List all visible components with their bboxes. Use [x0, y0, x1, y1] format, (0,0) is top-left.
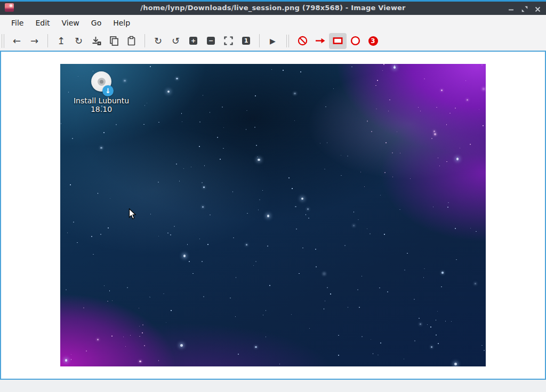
arrow-tool-button[interactable]: [311, 33, 329, 49]
window-controls: [506, 3, 543, 15]
rectangle-tool-button[interactable]: [329, 33, 347, 49]
zoom-out-button[interactable]: −: [202, 33, 220, 49]
window-title: /home/lynp/Downloads/live_session.png (7…: [0, 4, 546, 12]
desktop-icon-label: Install Lubuntu 18.10: [61, 96, 141, 113]
circle-tool-button[interactable]: [347, 33, 364, 49]
rotate-ccw-icon: ↺: [172, 36, 180, 46]
save-button[interactable]: [87, 33, 105, 49]
menu-view[interactable]: View: [56, 17, 85, 29]
download-badge: ↓: [102, 85, 114, 96]
reload-icon: ↻: [75, 36, 83, 46]
copy-icon: [108, 35, 119, 46]
minimize-button[interactable]: [506, 4, 516, 14]
red-arrow-icon: [315, 35, 326, 46]
fit-window-icon: [224, 36, 233, 45]
cd-ring: [98, 78, 106, 86]
rotate-clockwise-button[interactable]: ↻: [149, 33, 167, 49]
no-tool-button[interactable]: [294, 33, 311, 49]
rotate-counterclockwise-button[interactable]: ↺: [167, 33, 184, 49]
red-rectangle-icon: [332, 35, 343, 46]
back-button[interactable]: ←: [8, 33, 26, 49]
toolbar-drag-handle[interactable]: [286, 35, 289, 47]
close-button[interactable]: [533, 4, 543, 14]
menu-file[interactable]: File: [5, 17, 29, 29]
number-tool-button[interactable]: 3: [364, 33, 382, 49]
zoom-in-button[interactable]: +: [184, 33, 202, 49]
status-bar: [0, 380, 546, 392]
toolbar-separator: [259, 34, 260, 47]
arrow-right-icon: →: [30, 36, 38, 46]
titlebar[interactable]: /home/lynp/Downloads/live_session.png (7…: [0, 0, 546, 15]
menubar: File Edit View Go Help: [0, 15, 546, 31]
desktop-icon-label-line1: Install Lubuntu: [61, 96, 141, 105]
download-badge-icon: [91, 35, 102, 46]
upload-button[interactable]: ↥: [52, 33, 70, 49]
install-lubuntu-desktop-icon: ↓ Install Lubuntu 18.10: [61, 71, 141, 113]
paste-button[interactable]: [123, 33, 140, 49]
mouse-cursor-icon: [129, 208, 136, 220]
menu-help[interactable]: Help: [107, 17, 136, 29]
minimize-icon: [508, 6, 514, 12]
desktop-icon-label-line2: 18.10: [61, 105, 141, 113]
restore-icon: [521, 6, 528, 12]
toolbar-separator: [144, 34, 145, 47]
menu-go[interactable]: Go: [85, 17, 107, 29]
toolbar-separator: [47, 34, 48, 47]
paste-icon: [126, 35, 137, 46]
red-circle-icon: [350, 35, 361, 46]
forward-button[interactable]: →: [26, 33, 43, 49]
fit-window-button[interactable]: [220, 33, 237, 49]
arrow-left-icon: ←: [13, 36, 21, 46]
restore-button[interactable]: [519, 4, 529, 14]
slideshow-play-button[interactable]: ▶: [264, 33, 282, 49]
prohibit-icon: [297, 35, 308, 46]
zoom-in-icon: +: [189, 37, 197, 45]
play-icon: ▶: [270, 37, 276, 45]
upload-icon: ↥: [57, 36, 65, 46]
toolbar: ← → ↥ ↻ ↻ ↺ +: [0, 31, 546, 51]
number-badge-icon: 3: [368, 36, 378, 46]
viewer-area: ↓ Install Lubuntu 18.10: [0, 51, 546, 380]
original-size-button[interactable]: 1: [237, 33, 255, 49]
original-size-icon: 1: [242, 37, 250, 45]
reload-button[interactable]: ↻: [70, 33, 87, 49]
image-canvas[interactable]: ↓ Install Lubuntu 18.10: [60, 64, 486, 366]
toolbar-drag-handle[interactable]: [2, 34, 4, 48]
copy-button[interactable]: [105, 33, 123, 49]
zoom-out-icon: −: [207, 37, 215, 45]
cd-hole: [100, 80, 103, 84]
rotate-cw-icon: ↻: [154, 36, 162, 46]
close-icon: [535, 6, 541, 12]
menu-edit[interactable]: Edit: [29, 17, 55, 29]
